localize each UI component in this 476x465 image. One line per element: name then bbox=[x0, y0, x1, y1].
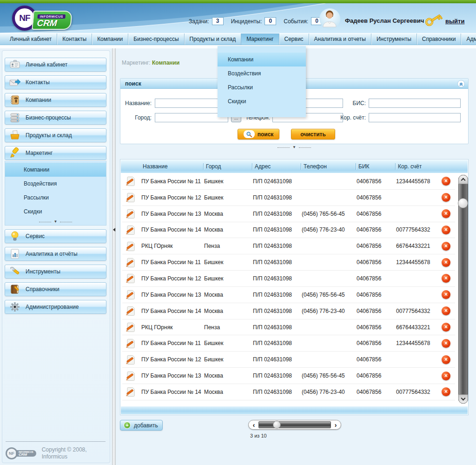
page-slider[interactable]: ‹ › bbox=[248, 420, 341, 430]
sidebar-item[interactable]: Личный кабинет bbox=[5, 58, 106, 72]
bis-input[interactable] bbox=[369, 99, 461, 108]
sidebar-item[interactable]: Контакты bbox=[5, 75, 106, 89]
delete-button[interactable]: × bbox=[442, 372, 450, 380]
column-header-bik[interactable]: БИК bbox=[356, 163, 395, 170]
dropdown-item[interactable]: Рассылки bbox=[218, 80, 306, 94]
dropdown-item[interactable]: Компании bbox=[218, 53, 306, 66]
delete-button[interactable]: × bbox=[442, 242, 450, 251]
column-header-name[interactable]: Название bbox=[140, 163, 203, 170]
account-input[interactable] bbox=[369, 113, 461, 122]
sidebar-splitter[interactable] bbox=[112, 48, 116, 465]
delete-button[interactable]: × bbox=[442, 323, 450, 332]
delete-button[interactable]: × bbox=[442, 290, 450, 299]
sidebar-item[interactable]: Сервис bbox=[5, 229, 106, 243]
table-row[interactable]: ПУ Банка России № 11 Бишкек П/П 02463109… bbox=[122, 173, 455, 190]
edit-icon[interactable] bbox=[122, 257, 139, 268]
nav-tab-item[interactable]: Личный кабинет bbox=[5, 33, 57, 45]
delete-button[interactable]: × bbox=[442, 177, 450, 186]
table-row[interactable]: РКЦ ГОрняк Пенза П/П 024631098 04067856 … bbox=[122, 319, 455, 336]
edit-icon[interactable] bbox=[122, 192, 139, 203]
edit-icon[interactable] bbox=[122, 208, 139, 219]
add-button[interactable]: + добавить bbox=[120, 420, 163, 431]
column-header-city[interactable]: Город bbox=[203, 163, 252, 170]
slider-thumb[interactable] bbox=[273, 421, 281, 429]
nav-tab-item[interactable]: Инструменты bbox=[371, 33, 417, 45]
edit-icon[interactable] bbox=[122, 224, 139, 236]
sidebar-item[interactable]: Маркетинг bbox=[5, 146, 106, 160]
nav-tab-active[interactable]: Маркетинг bbox=[241, 33, 279, 45]
table-row[interactable]: ПУ Банка России № 14 Москва П/П 02463109… bbox=[122, 303, 455, 319]
sidebar-item[interactable]: Продукты и склад bbox=[5, 128, 106, 142]
submenu-item[interactable]: Рассылки bbox=[5, 191, 106, 205]
scrollbar-track[interactable] bbox=[458, 175, 468, 404]
dropdown-item[interactable]: Скидки bbox=[218, 94, 306, 108]
edit-icon[interactable] bbox=[122, 240, 139, 252]
sidebar-item[interactable]: Аналитика и отчёты bbox=[5, 247, 106, 261]
nav-tab-item[interactable]: Бизнес-процессы bbox=[128, 33, 184, 45]
table-row[interactable]: ПУ Банка России № 13 Москва П/П 02463109… bbox=[122, 206, 455, 222]
edit-icon[interactable] bbox=[122, 370, 139, 382]
nav-tab-item[interactable]: Компании bbox=[92, 33, 128, 45]
edit-icon[interactable] bbox=[122, 338, 139, 349]
sidebar-item[interactable]: Инструменты bbox=[5, 265, 106, 279]
nav-tab-item[interactable]: Сервис bbox=[279, 33, 309, 45]
dropdown-item[interactable]: Воздействия bbox=[218, 66, 306, 80]
logout-link[interactable]: выйти bbox=[445, 18, 464, 25]
submenu-item[interactable]: Воздействия bbox=[5, 177, 106, 191]
sidebar-item[interactable]: Справочники bbox=[5, 282, 106, 296]
submenu-collapse-handle[interactable]: ▼ bbox=[5, 219, 106, 225]
footer-logo: NF INFORMICUSCRM bbox=[6, 447, 36, 459]
delete-button[interactable]: × bbox=[442, 258, 450, 267]
delete-button[interactable]: × bbox=[442, 306, 450, 315]
table-row[interactable]: ПУ Банка России № 12 Бишкек П/П 02463109… bbox=[122, 271, 455, 287]
column-header-account[interactable]: Кор. счёт bbox=[395, 163, 468, 170]
table-row[interactable]: РКЦ ГОрняк Пенза П/П 024631098 04067856 … bbox=[122, 238, 455, 254]
delete-button[interactable]: × bbox=[442, 339, 450, 348]
edit-icon[interactable] bbox=[122, 289, 139, 300]
column-header-phone[interactable]: Телефон bbox=[301, 163, 356, 170]
clear-button[interactable]: очистить bbox=[291, 129, 335, 140]
sidebar-item[interactable]: Администрирование bbox=[5, 300, 106, 314]
delete-button[interactable]: × bbox=[442, 193, 450, 202]
search-collapse-handle[interactable]: ▼ bbox=[120, 144, 469, 151]
edit-icon[interactable] bbox=[122, 175, 139, 187]
table-row[interactable]: ПУ Банка России № 12 Бишкек П/П 02463109… bbox=[122, 352, 455, 368]
edit-icon[interactable] bbox=[122, 354, 139, 365]
column-header-address[interactable]: Адрес bbox=[252, 163, 301, 170]
search-button[interactable]: поиск bbox=[238, 129, 279, 140]
delete-button[interactable]: × bbox=[442, 355, 450, 364]
sidebar-item[interactable]: Бизнес-процессы bbox=[5, 111, 106, 125]
nav-tab-item[interactable]: Справочники bbox=[417, 33, 462, 45]
edit-icon[interactable] bbox=[122, 272, 139, 284]
submenu-item[interactable]: Скидки bbox=[5, 205, 106, 219]
edit-icon[interactable] bbox=[122, 386, 139, 398]
scroll-up-button[interactable] bbox=[458, 175, 468, 184]
table-scrollbar[interactable] bbox=[458, 175, 468, 404]
edit-icon[interactable] bbox=[122, 305, 139, 317]
sidebar-item[interactable]: Компании bbox=[5, 93, 106, 107]
table-row[interactable]: ПУ Банка России № 13 Москва П/П 02463109… bbox=[122, 368, 455, 384]
edit-icon[interactable] bbox=[122, 321, 139, 333]
table-row[interactable]: ПУ Банка России № 14 Москва П/П 02463109… bbox=[122, 384, 455, 400]
splitter-collapse-arrow-icon[interactable] bbox=[113, 228, 115, 232]
slider-next-button[interactable]: › bbox=[331, 420, 340, 429]
delete-button[interactable]: × bbox=[442, 274, 450, 283]
nav-tab-item[interactable]: Администрирование bbox=[461, 33, 476, 45]
table-row[interactable]: ПУ Банка России № 11 Бишкек П/П 02463109… bbox=[122, 335, 455, 352]
delete-button[interactable]: × bbox=[442, 387, 450, 396]
submenu-item[interactable]: Компании bbox=[5, 163, 106, 177]
slider-prev-button[interactable]: ‹ bbox=[250, 420, 258, 429]
collapse-panel-button[interactable] bbox=[457, 80, 465, 87]
nav-tab-item[interactable]: Аналитика и отчеты bbox=[309, 33, 371, 45]
table-row[interactable]: ПУ Банка России № 11 Бишкек П/П 02463109… bbox=[122, 254, 455, 271]
slider-track[interactable] bbox=[258, 421, 331, 428]
delete-button[interactable]: × bbox=[442, 226, 450, 234]
table-row[interactable]: ПУ Банка России № 13 Москва П/П 02463109… bbox=[122, 287, 455, 303]
nav-tab-item[interactable]: Контакты bbox=[57, 33, 92, 45]
scroll-down-button[interactable] bbox=[458, 394, 468, 404]
nav-tab-item[interactable]: Продукты и склад bbox=[185, 33, 242, 45]
table-row[interactable]: ПУ Банка России № 12 Бишкек П/П 02463109… bbox=[122, 190, 455, 206]
table-row[interactable]: ПУ Банка России № 14 Москва П/П 02463109… bbox=[122, 222, 455, 239]
scrollbar-thumb[interactable] bbox=[458, 198, 468, 208]
delete-button[interactable]: × bbox=[442, 209, 450, 218]
